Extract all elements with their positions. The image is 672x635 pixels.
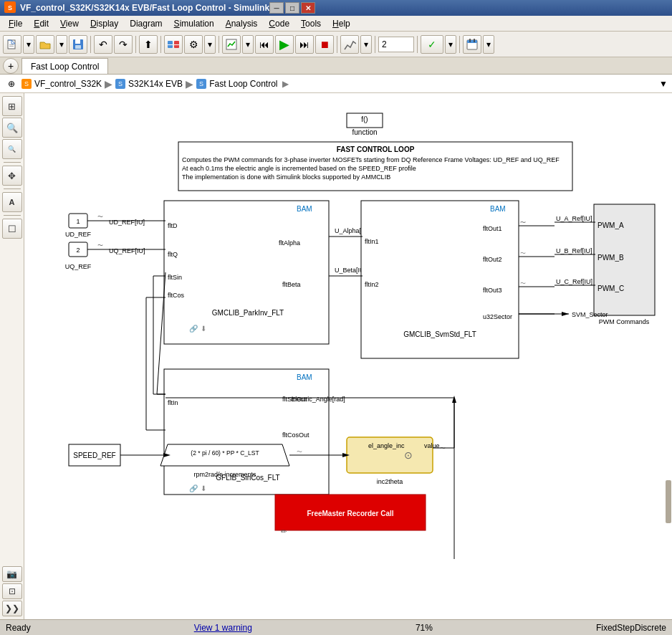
save-button[interactable]	[69, 35, 87, 54]
menu-display[interactable]: Display	[85, 17, 124, 30]
svg-marker-125	[452, 396, 456, 403]
svg-text:1: 1	[76, 218, 80, 225]
svg-rect-8	[9, 46, 14, 47]
svg-text:(2 * pi / 60) * PP * C_LST: (2 * pi / 60) * PP * C_LST	[191, 449, 259, 457]
new-button[interactable]	[3, 35, 21, 54]
menu-bar: File Edit View Display Diagram Simulatio…	[0, 16, 672, 32]
app-icon: S	[4, 1, 16, 15]
sep4	[219, 36, 219, 53]
expand-button[interactable]: ❯❯	[2, 601, 22, 616]
status-button[interactable]: ✓	[421, 35, 443, 54]
scope-dropdown[interactable]: ▾	[242, 35, 254, 54]
chart-button[interactable]	[340, 35, 359, 54]
menu-file[interactable]: File	[3, 17, 28, 30]
menu-edit[interactable]: Edit	[28, 17, 54, 30]
menu-tools[interactable]: Tools	[295, 17, 327, 30]
menu-help[interactable]: Help	[327, 17, 356, 30]
tab-bar: + Fast Loop Control	[0, 57, 672, 75]
svg-text:UD_REF: UD_REF	[65, 231, 92, 238]
svg-text:PWM_B: PWM_B	[597, 254, 624, 262]
status-solver: FixedStepDiscrete	[596, 623, 666, 633]
breadcrumb-home-button[interactable]: ⊕	[4, 77, 19, 91]
diagram-canvas[interactable]: f() function FAST CONTROL LOOP Computes …	[24, 93, 672, 619]
stop-button[interactable]: ⏹	[315, 35, 334, 54]
scope-button[interactable]	[222, 35, 241, 54]
svg-text:GMCLIB_SvmStd_FLT: GMCLIB_SvmStd_FLT	[403, 330, 476, 338]
svg-text:〜: 〜	[297, 449, 302, 455]
open-button[interactable]	[36, 35, 54, 54]
breadcrumb-expand-button[interactable]: ▼	[659, 79, 668, 89]
close-button[interactable]: ✕	[301, 2, 315, 14]
zoom-in-button[interactable]: 🔍	[2, 118, 22, 138]
maximize-button[interactable]: □	[285, 2, 299, 14]
breadcrumb-icon-3: S	[196, 79, 206, 89]
svg-rect-15	[174, 44, 179, 45]
svg-text:FAST CONTROL LOOP: FAST CONTROL LOOP	[337, 145, 415, 153]
pan-button[interactable]: ✥	[2, 166, 22, 186]
library-button[interactable]	[164, 35, 183, 54]
svg-text:UQ_REF: UQ_REF	[65, 263, 92, 270]
svg-rect-11	[75, 45, 81, 49]
svg-rect-18	[467, 40, 477, 43]
breadcrumb-item-2[interactable]: S32K14x EVB	[128, 79, 183, 89]
toolbar: ▾ ▾ ↶ ↷ ⬆ ⚙ ▾ ▾ ⏮ ▶ ⏭ ⏹ ▾ ✓ ▾ ▾	[0, 32, 672, 57]
status-ready: Ready	[6, 623, 31, 633]
menu-view[interactable]: View	[54, 17, 85, 30]
zoom-fit-button[interactable]: ⊞	[2, 96, 22, 116]
menu-diagram[interactable]: Diagram	[124, 17, 168, 30]
step-button[interactable]: ⏭	[295, 35, 314, 54]
back-button[interactable]: ⏮	[255, 35, 274, 54]
text-button[interactable]: A	[2, 192, 22, 212]
breadcrumb-item-1[interactable]: VF_control_S32K	[34, 79, 102, 89]
menu-code[interactable]: Code	[263, 17, 295, 30]
arrange-button[interactable]: ⊡	[2, 583, 22, 599]
tab-fast-loop-control[interactable]: Fast Loop Control	[21, 58, 108, 74]
svg-text:function: function	[352, 128, 377, 136]
svg-text:〜: 〜	[520, 219, 526, 226]
main-container: ⊞ 🔍 🔍 ✥ A ☐ 📷 ⊡ ❯❯ f() function FAST CON…	[0, 93, 672, 619]
selector-button[interactable]: ☐	[2, 219, 22, 239]
svg-text:PWM_C: PWM_C	[597, 285, 624, 292]
chart-dropdown[interactable]: ▾	[360, 35, 372, 54]
breadcrumb-icon-1: S	[21, 79, 32, 89]
camera-button[interactable]: 📷	[2, 566, 22, 582]
open-dropdown[interactable]: ▾	[56, 35, 67, 54]
svg-text:⊙: ⊙	[404, 449, 413, 461]
svg-text:fltBeta: fltBeta	[282, 281, 301, 288]
status-dropdown[interactable]: ▾	[445, 35, 456, 54]
calendar-dropdown[interactable]: ▾	[483, 35, 494, 54]
svg-text:fltQ: fltQ	[168, 251, 178, 258]
menu-analysis[interactable]: Analysis	[220, 17, 264, 30]
calendar-button[interactable]	[463, 35, 481, 54]
svg-text:u32Sector: u32Sector	[483, 313, 512, 320]
undo-button[interactable]: ↶	[94, 35, 112, 54]
zoom-input[interactable]	[378, 37, 414, 52]
zoom-out-button[interactable]: 🔍	[2, 139, 22, 159]
settings-dropdown[interactable]: ▾	[204, 35, 216, 54]
svg-text:BAM: BAM	[490, 205, 506, 213]
status-warning-text[interactable]: View 1 warning	[194, 623, 252, 633]
svg-text:fltOut2: fltOut2	[483, 256, 502, 263]
nav-up-button[interactable]: ⬆	[139, 35, 158, 54]
left-sep-2	[4, 188, 21, 189]
settings-button[interactable]: ⚙	[184, 35, 203, 54]
sep2	[135, 36, 136, 53]
new-dropdown[interactable]: ▾	[23, 35, 34, 54]
diagram-svg: f() function FAST CONTROL LOOP Computes …	[24, 93, 672, 619]
status-warning[interactable]: View 1 warning	[194, 623, 252, 633]
svg-text:At each 0.1ms the electric ang: At each 0.1ms the electric angle is incr…	[182, 165, 416, 172]
menu-simulation[interactable]: Simulation	[168, 17, 220, 30]
add-tab-button[interactable]: +	[3, 58, 19, 74]
svg-text:Computes the PWM commands for : Computes the PWM commands for 3-phase in…	[182, 156, 560, 163]
svg-text:〜: 〜	[520, 280, 526, 287]
svg-text:〜: 〜	[97, 242, 103, 249]
svg-text:SVM_Sector: SVM_Sector	[572, 311, 608, 318]
svg-text:⬇: ⬇	[201, 484, 206, 492]
svg-text:S: S	[8, 4, 12, 11]
svg-text:U_B_Ref[IU]: U_B_Ref[IU]	[556, 247, 592, 254]
redo-button[interactable]: ↷	[114, 35, 133, 54]
breadcrumb-item-3[interactable]: Fast Loop Control	[209, 79, 277, 89]
minimize-button[interactable]: ─	[269, 2, 284, 14]
play-button[interactable]: ▶	[275, 35, 294, 54]
svg-text:〜: 〜	[334, 234, 340, 240]
